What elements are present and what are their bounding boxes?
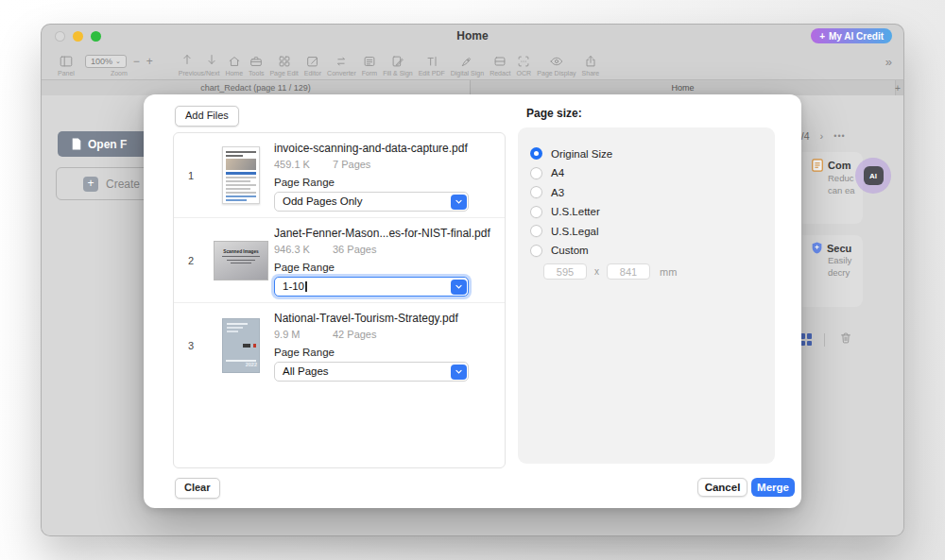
toolbar-item-page-display[interactable]: Page Display — [537, 53, 576, 76]
page-size-panel: Original Size A4 A3 U.S.Letter U.S.Legal… — [518, 127, 775, 464]
ai-assistant-button[interactable]: AI — [855, 158, 891, 194]
merge-dialog: Add Files 1 invoice-scanning-and-data-ca… — [144, 94, 801, 508]
toolbar-item-tools[interactable]: Tools — [249, 53, 264, 76]
page-range-label: Page Range — [274, 262, 493, 273]
radio-a4[interactable]: A4 — [530, 167, 775, 179]
panel-icon — [59, 53, 74, 69]
radio-icon — [530, 147, 542, 160]
arrow-up-icon[interactable] — [180, 52, 195, 71]
radio-custom[interactable]: Custom — [530, 245, 775, 257]
file-size: 459.1 K — [274, 159, 333, 170]
toolbar-item-fill-sign[interactable]: Fill & Sign — [383, 53, 413, 76]
tab-home[interactable]: Home — [471, 80, 896, 95]
file-pages: 36 Pages — [333, 244, 376, 255]
toolbar-item-digital-sign[interactable]: Digital Sign — [451, 53, 484, 76]
add-files-button[interactable]: Add Files — [175, 106, 239, 127]
more-options-icon[interactable]: ••• — [833, 131, 845, 141]
new-tab-button[interactable]: + — [892, 80, 903, 95]
unit-label: mm — [660, 266, 677, 278]
custom-width-input[interactable] — [543, 263, 587, 280]
compress-doc-icon — [811, 158, 824, 173]
plus-icon: + — [83, 177, 98, 192]
radio-icon — [530, 225, 542, 237]
editor-icon — [305, 53, 320, 69]
digital-sign-icon — [459, 53, 474, 69]
zoom-in-button[interactable]: + — [146, 57, 153, 66]
text-cursor — [305, 281, 307, 292]
radio-us-legal[interactable]: U.S.Legal — [530, 225, 775, 237]
feature-card-compress[interactable]: Com Reduc can ea — [802, 152, 863, 224]
toolbar: Panel 100%⌄ − + Zoom Previous/Next Ho — [42, 46, 903, 79]
page-range-label: Page Range — [274, 177, 493, 188]
page-range-label: Page Range — [274, 347, 493, 358]
file-row: 1 invoice-scanning-and-data-capture.pdf … — [174, 133, 505, 218]
toolbar-item-page-edit[interactable]: Page Edit — [269, 53, 298, 76]
file-size: 946.3 K — [274, 244, 333, 255]
file-index: 1 — [174, 170, 208, 181]
toolbar-item-share[interactable]: Share — [582, 53, 600, 76]
zoom-level-select[interactable]: 100%⌄ — [85, 55, 127, 68]
custom-size-fields: x mm — [543, 263, 775, 280]
file-name: National-Travel-Tourism-Strategy.pdf — [274, 312, 493, 325]
tools-icon — [249, 53, 264, 69]
page-range-input[interactable]: 1-10 — [274, 277, 469, 297]
toolbar-item-edit-pdf[interactable]: Edit PDF — [419, 53, 445, 76]
radio-original-size[interactable]: Original Size — [530, 147, 775, 160]
file-list: 1 invoice-scanning-and-data-capture.pdf … — [173, 132, 506, 468]
toolbar-item-home[interactable]: Home — [225, 53, 243, 76]
zoom-out-button[interactable]: − — [133, 57, 140, 66]
file-index: 2 — [174, 255, 208, 266]
file-thumbnail: Scanned Images — [208, 241, 274, 280]
cancel-button[interactable]: Cancel — [697, 478, 747, 497]
trash-icon[interactable] — [838, 331, 853, 349]
tab-bar: chart_Redact (page 11 / 129) Home + — [42, 79, 903, 95]
shield-icon — [811, 241, 823, 255]
dimension-separator: x — [594, 266, 599, 277]
desktop: Home + My AI Credit Panel 100%⌄ − + Zoom — [0, 0, 945, 560]
toolbar-item-ocr[interactable]: OCR — [516, 53, 531, 76]
feature-card-security[interactable]: Secu Easily decry — [802, 235, 863, 307]
title-bar: Home + My AI Credit — [42, 25, 903, 46]
chevron-down-icon: ⌄ — [115, 58, 121, 65]
radio-icon — [530, 245, 542, 257]
toolbar-item-panel[interactable]: Panel — [58, 53, 75, 76]
ai-chip-icon: AI — [864, 166, 884, 185]
custom-height-input[interactable] — [607, 263, 650, 280]
chevron-down-icon[interactable] — [451, 195, 467, 210]
chevron-down-icon[interactable] — [451, 365, 467, 380]
file-name: Janet-Fenner-Mason...es-for-NIST-final.p… — [274, 227, 493, 240]
toolbar-item-redact[interactable]: Redact — [490, 53, 510, 76]
file-size: 9.9 M — [274, 329, 333, 340]
toolbar-overflow-chevron[interactable]: » — [885, 55, 894, 69]
toolbar-item-previous-next[interactable]: Previous/Next — [179, 53, 220, 76]
file-thumbnail — [208, 146, 274, 204]
tab-document[interactable]: chart_Redact (page 11 / 129) — [42, 80, 471, 95]
merge-button[interactable]: Merge — [751, 478, 795, 497]
page-edit-icon — [277, 53, 292, 69]
toolbar-item-converter[interactable]: Converter — [327, 53, 356, 76]
page-size-title: Page size: — [526, 107, 582, 120]
document-icon — [71, 137, 82, 151]
toolbar-item-form[interactable]: Form — [362, 53, 377, 76]
my-ai-credit-label: My AI Credit — [829, 31, 884, 42]
next-page-chevron-icon[interactable]: › — [820, 130, 824, 142]
chevron-down-icon[interactable] — [451, 280, 467, 295]
sparkle-plus-icon: + — [819, 31, 825, 42]
radio-icon — [530, 167, 542, 179]
file-row: 2 Scanned Images Janet-Fenner-Mason...es… — [174, 218, 505, 303]
page-range-dropdown[interactable]: All Pages — [274, 362, 469, 382]
radio-a3[interactable]: A3 — [530, 186, 775, 198]
radio-us-letter[interactable]: U.S.Letter — [530, 206, 775, 218]
toolbar-item-zoom: 100%⌄ − + Zoom — [85, 53, 153, 76]
my-ai-credit-button[interactable]: + My AI Credit — [811, 28, 892, 43]
clear-button[interactable]: Clear — [175, 478, 220, 499]
window-title: Home — [42, 29, 903, 42]
edit-pdf-icon — [424, 53, 439, 69]
page-range-dropdown[interactable]: Odd Pages Only — [274, 192, 469, 212]
file-pages: 42 Pages — [333, 329, 376, 340]
arrow-down-icon[interactable] — [204, 52, 219, 71]
radio-icon — [530, 206, 542, 218]
file-name: invoice-scanning-and-data-capture.pdf — [274, 142, 493, 155]
converter-icon — [334, 53, 349, 69]
toolbar-item-editor[interactable]: Editor — [304, 53, 321, 76]
